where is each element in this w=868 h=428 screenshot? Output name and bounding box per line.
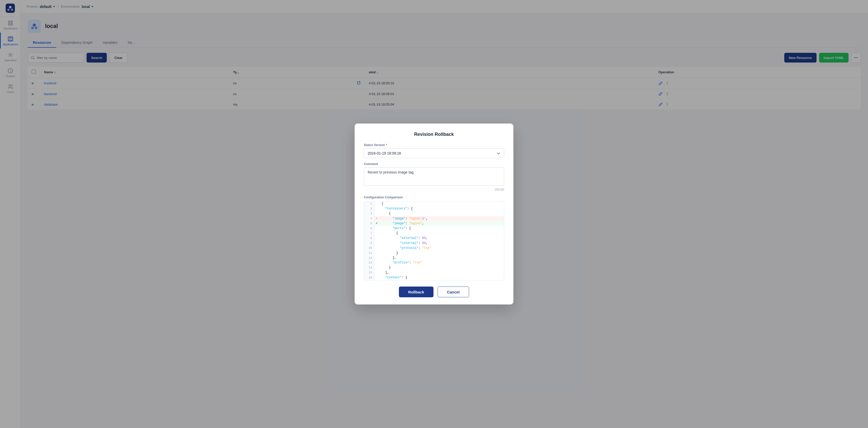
config-comparison-label: Configuration Comparison [364, 196, 504, 199]
code-line-9: 9 "internal": 80, [364, 241, 504, 246]
cancel-button[interactable]: Cancel [438, 287, 469, 297]
required-indicator: * [385, 143, 387, 147]
line-marker [374, 231, 379, 236]
line-number: 2 [364, 206, 374, 211]
code-line-16: 16 "context": { [364, 275, 504, 280]
comment-label: Comment [364, 162, 504, 166]
line-marker [374, 265, 379, 270]
line-code: "internal": 80, [379, 241, 504, 246]
line-marker [374, 241, 379, 246]
line-number: 10 [364, 246, 374, 251]
code-line-8: 8 "external": 80, [364, 236, 504, 241]
comment-count: 29/100 [364, 188, 504, 192]
line-code: "containers": [ [379, 206, 504, 211]
line-number: 11 [364, 251, 374, 256]
line-code: "profile": "run" [379, 260, 504, 265]
version-value: 2024-01-19 18:09:18 [368, 151, 401, 155]
code-line-11: 11 } [364, 251, 504, 256]
line-code: "ports": [ [379, 226, 504, 231]
line-code: { [379, 231, 504, 236]
line-marker [374, 226, 379, 231]
config-comparison-group: Configuration Comparison 1{2 "containers… [364, 196, 504, 280]
line-number: 16 [364, 275, 374, 280]
line-code: "protocol": "tcp" [379, 246, 504, 251]
line-code: { [379, 211, 504, 216]
code-line-2: 2 "containers": [ [364, 206, 504, 211]
line-marker [374, 211, 379, 216]
comment-textarea[interactable]: Revert to previous image tag. [364, 167, 504, 186]
version-form-group: Select Version * 2024-01-19 18:09:18 [364, 143, 504, 158]
line-marker [374, 251, 379, 256]
modal-actions: Rollback Cancel [364, 287, 504, 297]
line-marker [374, 201, 379, 206]
line-code: { [379, 201, 504, 206]
comment-form-group: Comment Revert to previous image tag. 29… [364, 162, 504, 192]
code-line-14: 14 } [364, 265, 504, 270]
line-marker: - [374, 216, 379, 221]
revision-rollback-modal: Revision Rollback Select Version * 2024-… [354, 123, 514, 305]
line-number: 15 [364, 270, 374, 275]
code-diff-block: 1{2 "containers": [3 {4- "image": "nginx… [364, 201, 504, 280]
line-code: } [379, 265, 504, 270]
line-marker [374, 275, 379, 280]
code-line-4: 4- "image": "nginx:1", [364, 216, 504, 221]
line-marker [374, 246, 379, 251]
code-line-15: 15 ], [364, 270, 504, 275]
line-number: 6 [364, 226, 374, 231]
line-marker [374, 236, 379, 241]
code-line-3: 3 { [364, 211, 504, 216]
line-number: 5 [364, 221, 374, 226]
code-line-10: 10 "protocol": "tcp" [364, 246, 504, 251]
code-line-12: 12 ], [364, 256, 504, 260]
line-marker [374, 256, 379, 260]
line-number: 13 [364, 260, 374, 265]
line-code: ], [379, 270, 504, 275]
line-number: 9 [364, 241, 374, 246]
line-number: 14 [364, 265, 374, 270]
line-number: 1 [364, 201, 374, 206]
line-marker [374, 206, 379, 211]
line-marker [374, 260, 379, 265]
line-marker: + [374, 221, 379, 226]
line-code: "context": { [379, 275, 504, 280]
line-number: 12 [364, 256, 374, 260]
line-code: "external": 80, [379, 236, 504, 241]
rollback-button[interactable]: Rollback [399, 287, 433, 297]
version-select[interactable]: 2024-01-19 18:09:18 [364, 148, 504, 158]
line-code: "image": "nginx:1", [379, 216, 504, 221]
chevron-down-icon [497, 151, 500, 155]
line-number: 8 [364, 236, 374, 241]
line-code: ], [379, 256, 504, 260]
code-line-1: 1{ [364, 201, 504, 206]
line-marker [374, 270, 379, 275]
line-code: "image": "nginx", [379, 221, 504, 226]
line-number: 4 [364, 216, 374, 221]
code-line-6: 6 "ports": [ [364, 226, 504, 231]
code-line-5: 5+ "image": "nginx", [364, 221, 504, 226]
modal-overlay[interactable]: Revision Rollback Select Version * 2024-… [0, 0, 868, 428]
code-line-7: 7 { [364, 231, 504, 236]
line-number: 3 [364, 211, 374, 216]
modal-title: Revision Rollback [364, 132, 504, 137]
code-line-13: 13 "profile": "run" [364, 260, 504, 265]
line-code: } [379, 251, 504, 256]
line-number: 7 [364, 231, 374, 236]
version-label: Select Version * [364, 143, 504, 147]
